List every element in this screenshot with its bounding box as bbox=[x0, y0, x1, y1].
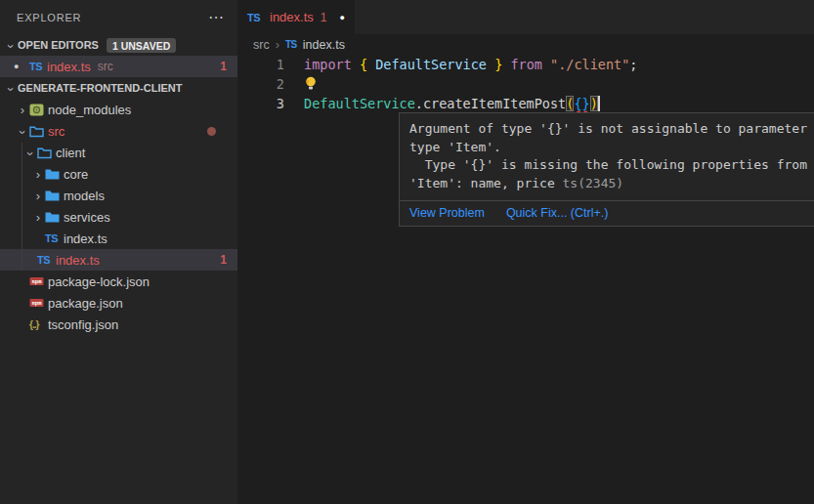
json-config-icon: {..} bbox=[29, 319, 48, 330]
editor-area: TS index.ts 1 ● src › TS index.ts 1 impo… bbox=[237, 0, 814, 504]
code-editor[interactable]: 1 import { DefaultService } from "./clie… bbox=[237, 55, 814, 113]
error-message-line: type 'Item'. bbox=[409, 139, 814, 157]
npm-folder-icon bbox=[29, 104, 48, 116]
view-problem-link[interactable]: View Problem bbox=[409, 206, 485, 220]
folder-icon bbox=[45, 168, 64, 181]
code-text[interactable] bbox=[284, 74, 318, 94]
open-editors-label: OPEN EDITORS bbox=[18, 39, 99, 51]
folder-open-icon bbox=[37, 147, 56, 159]
quick-fix-link[interactable]: Quick Fix... (Ctrl+.) bbox=[506, 206, 609, 220]
code-line-2[interactable]: 2 bbox=[237, 74, 814, 94]
chevron-down-icon: › bbox=[23, 147, 38, 160]
chevron-right-icon: › bbox=[16, 103, 29, 117]
tree-item-label: node_modules bbox=[48, 103, 131, 117]
code-line-3[interactable]: 3 DefaultService.createItemItemPost({}) bbox=[237, 94, 814, 113]
error-dot-badge bbox=[207, 127, 216, 136]
tree-item-label: index.ts bbox=[56, 253, 100, 268]
tree-item-label: index.ts bbox=[64, 231, 107, 246]
more-actions-icon[interactable]: ⋯ bbox=[208, 13, 224, 22]
chevron-right-icon: › bbox=[31, 167, 45, 182]
code-text[interactable]: import { DefaultService } from "./client… bbox=[284, 55, 638, 74]
workspace-name-label: GENERATE-FRONTEND-CLIENT bbox=[18, 82, 182, 94]
vscode-window: EXPLORER ⋯ › OPEN EDITORS 1 UNSAVED ● TS… bbox=[0, 0, 814, 504]
tree-item-node-modules[interactable]: › node_modules bbox=[0, 99, 237, 120]
explorer-sidebar: EXPLORER ⋯ › OPEN EDITORS 1 UNSAVED ● TS… bbox=[0, 0, 237, 504]
tree-item-services[interactable]: › services bbox=[0, 206, 237, 228]
typescript-file-icon: TS bbox=[45, 232, 64, 244]
tree-item-label: tsconfig.json bbox=[48, 317, 118, 332]
svg-text:npm: npm bbox=[32, 278, 43, 285]
folder-icon bbox=[45, 189, 64, 202]
line-number: 3 bbox=[237, 94, 284, 113]
npm-file-icon: npm bbox=[29, 297, 48, 309]
chevron-right-icon: › bbox=[31, 189, 45, 203]
error-message-line: Argument of type '{}' is not assignable … bbox=[409, 120, 814, 139]
tree-item-label: core bbox=[64, 167, 88, 182]
error-message-line: Type '{}' is missing the following prope… bbox=[409, 156, 814, 175]
open-editor-item-index-ts[interactable]: ● TS index.ts src 1 bbox=[0, 56, 237, 77]
unsaved-count-badge: 1 UNSAVED bbox=[107, 38, 176, 53]
error-message: Argument of type '{}' is not assignable … bbox=[400, 113, 814, 200]
tree-item-tsconfig-json[interactable]: {..} tsconfig.json bbox=[0, 314, 237, 335]
line-number: 1 bbox=[237, 55, 284, 74]
code-line-1[interactable]: 1 import { DefaultService } from "./clie… bbox=[237, 55, 814, 74]
tree-item-client[interactable]: › client bbox=[0, 142, 237, 163]
tree-item-package-lock-json[interactable]: npm package-lock.json bbox=[0, 271, 237, 292]
workspace-section-header[interactable]: › GENERATE-FRONTEND-CLIENT bbox=[0, 77, 237, 99]
tree-item-label: src bbox=[48, 124, 64, 139]
breadcrumb-folder[interactable]: src bbox=[253, 38, 270, 52]
lightbulb-icon bbox=[304, 76, 318, 91]
tree-item-label: package.json bbox=[48, 296, 123, 311]
chevron-down-icon: › bbox=[4, 82, 19, 96]
explorer-header: EXPLORER ⋯ bbox=[0, 0, 237, 34]
typescript-file-icon: TS bbox=[247, 12, 265, 23]
tree-item-label: models bbox=[64, 189, 105, 203]
text-cursor bbox=[598, 96, 600, 111]
error-code: ts(2345) bbox=[563, 176, 624, 190]
tree-item-package-json[interactable]: npm package.json bbox=[0, 292, 237, 314]
open-editors-section-header[interactable]: › OPEN EDITORS 1 UNSAVED bbox=[0, 34, 237, 56]
svg-text:npm: npm bbox=[32, 300, 43, 307]
open-editor-file-description: src bbox=[98, 60, 113, 73]
tab-label: index.ts bbox=[270, 10, 314, 24]
typescript-file-icon: TS bbox=[37, 254, 56, 266]
chevron-down-icon: › bbox=[4, 39, 19, 53]
tree-item-src[interactable]: › src bbox=[0, 120, 237, 142]
modified-dot-icon: ● bbox=[14, 62, 29, 71]
breadcrumb: src › TS index.ts bbox=[237, 34, 814, 55]
chevron-right-icon: › bbox=[31, 210, 45, 225]
chevron-down-icon: › bbox=[16, 125, 30, 139]
code-text[interactable]: DefaultService.createItemItemPost({}) bbox=[284, 94, 600, 113]
typescript-file-icon: TS bbox=[29, 61, 47, 72]
tree-item-label: package-lock.json bbox=[48, 274, 150, 289]
tab-index-ts[interactable]: TS index.ts 1 ● bbox=[237, 0, 355, 34]
typescript-file-icon: TS bbox=[285, 39, 297, 50]
unsaved-dot-icon[interactable]: ● bbox=[340, 13, 345, 22]
problems-count-badge: 1 bbox=[220, 253, 227, 267]
explorer-title: EXPLORER bbox=[17, 12, 81, 23]
tree-item-label: services bbox=[64, 210, 110, 225]
tree-item-core[interactable]: › core bbox=[0, 163, 237, 185]
chevron-right-icon: › bbox=[276, 37, 279, 52]
folder-open-icon bbox=[29, 125, 48, 138]
editor-tab-bar: TS index.ts 1 ● bbox=[237, 0, 814, 34]
hover-actions: View Problem Quick Fix... (Ctrl+.) bbox=[400, 200, 814, 226]
tree-item-client-index-ts[interactable]: TS index.ts bbox=[0, 228, 237, 249]
tree-indent-guide bbox=[21, 143, 22, 271]
npm-file-icon: npm bbox=[29, 275, 48, 287]
breadcrumb-file[interactable]: index.ts bbox=[303, 38, 345, 52]
problems-count-badge: 1 bbox=[220, 60, 227, 73]
folder-icon bbox=[45, 211, 64, 224]
tree-item-label: client bbox=[56, 146, 85, 160]
tab-problems-badge: 1 bbox=[321, 11, 327, 24]
tree-item-src-index-ts[interactable]: TS index.ts 1 bbox=[0, 249, 237, 271]
open-editor-file-name: index.ts bbox=[47, 60, 91, 74]
error-message-line: 'Item': name, price ts(2345) bbox=[409, 175, 814, 193]
tree-item-models[interactable]: › models bbox=[0, 185, 237, 206]
line-number: 2 bbox=[237, 74, 284, 94]
error-hover-tooltip: Argument of type '{}' is not assignable … bbox=[399, 112, 814, 227]
